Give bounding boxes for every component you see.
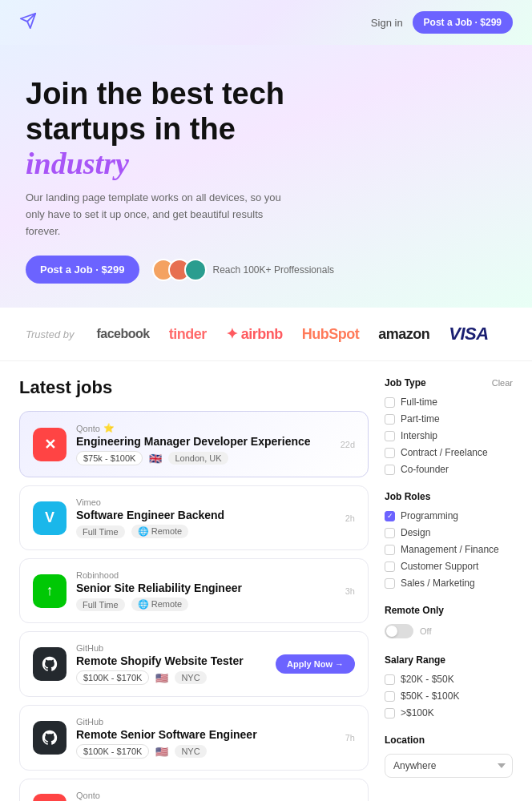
checkbox-salary-high[interactable] (385, 708, 395, 718)
reach-text: Reach 100K+ Proffessionals (213, 264, 335, 276)
checkbox-management[interactable] (385, 545, 395, 555)
location-tag: NYC (175, 671, 206, 684)
checkbox-salary-mid[interactable] (385, 691, 395, 702)
amazon-logo: amazon (378, 326, 429, 343)
job-card[interactable]: GitHub Remote Shopify Website Tester $10… (19, 631, 369, 697)
checkbox-salary-low[interactable] (385, 674, 395, 685)
salary-tag: $100K - $170K (76, 670, 149, 685)
job-type-title: Job Type (385, 377, 426, 388)
job-time: 7h (345, 733, 355, 743)
location-title: Location (385, 735, 425, 746)
filter-label: Design (401, 527, 430, 538)
job-title: Engineering Manager Developer Experience (76, 435, 331, 448)
checkbox-support[interactable] (385, 562, 395, 572)
clear-filter-button[interactable]: Clear (492, 378, 513, 388)
post-job-header-button[interactable]: Post a Job · $299 (413, 11, 513, 34)
job-card[interactable]: V Vimeo Software Engineer Backend Full T… (19, 485, 369, 550)
job-logo (33, 721, 66, 755)
filter-option[interactable]: $20K - $50K (385, 674, 513, 685)
filters-sidebar: Job Type Clear Full-time Part-time Inter… (385, 377, 513, 794)
job-title: Remote Senior Software Engineer (76, 728, 336, 741)
filter-header: Remote Only (385, 605, 513, 616)
filter-option[interactable]: Co-founder (385, 464, 513, 475)
checkbox-cofounder[interactable] (385, 465, 395, 475)
hubspot-logo: HubSpot (302, 326, 359, 343)
job-time: 2h (345, 513, 355, 523)
filter-option[interactable]: Design (385, 527, 513, 538)
location-filter: Location Anywhere (385, 735, 513, 778)
salary-tag: $75k - $100K (76, 451, 143, 465)
filter-option[interactable]: Programming (385, 510, 513, 521)
job-info: Robinhood Senior Site Reliability Engine… (76, 570, 336, 611)
toggle-row: Off (385, 624, 513, 638)
filter-label: Contract / Freelance (401, 447, 488, 458)
checkbox-internship[interactable] (385, 431, 395, 441)
job-logo: ↑ (33, 574, 66, 608)
visa-logo: VISA (449, 324, 488, 344)
filter-label: Full-time (401, 396, 437, 408)
filter-option[interactable]: Management / Finance (385, 544, 513, 555)
job-type-filter: Job Type Clear Full-time Part-time Inter… (385, 377, 513, 475)
job-info: Qonto ⭐ Engineering Manager Developer Ex… (76, 423, 331, 465)
remote-toggle[interactable] (385, 624, 413, 638)
jobs-title: Latest jobs (19, 377, 369, 398)
filter-label: Co-founder (401, 464, 449, 475)
job-time: 22d (341, 440, 355, 449)
job-company: Robinhood (76, 570, 336, 580)
job-card[interactable]: GitHub Remote Senior Software Engineer $… (19, 705, 369, 771)
featured-icon: ⭐ (103, 423, 115, 433)
job-title: Remote Shopify Website Tester (76, 654, 266, 667)
job-card[interactable]: ↑ Robinhood Senior Site Reliability Engi… (19, 558, 369, 623)
job-card[interactable]: ✕ Qonto ⭐ Engineering Manager Developer … (19, 411, 369, 477)
trusted-section: Trusted by facebook tinder ✦ airbnb HubS… (0, 308, 532, 361)
filter-label: $50K - $100K (401, 690, 459, 702)
checkbox-contract[interactable] (385, 448, 395, 458)
filter-label: Sales / Marketing (401, 578, 475, 589)
filter-header: Salary Range (385, 654, 513, 666)
location-tag: 🌐 Remote (131, 598, 189, 611)
job-right: Apply Now → (276, 654, 355, 674)
job-company: Qonto (76, 791, 331, 800)
airbnb-logo: ✦ airbnb (226, 325, 283, 343)
filter-option[interactable]: >$100K (385, 707, 513, 718)
checkbox-programming[interactable] (385, 511, 395, 521)
sign-in-link[interactable]: Sign in (371, 17, 403, 29)
filter-label: >$100K (401, 707, 434, 718)
facebook-logo: facebook (96, 327, 149, 341)
apply-button[interactable]: Apply Now → (276, 654, 355, 674)
job-info: GitHub Remote Senior Software Engineer $… (76, 717, 336, 759)
checkbox-fulltime[interactable] (385, 397, 395, 408)
job-logo: ✕ (33, 794, 66, 801)
filter-option[interactable]: Part-time (385, 413, 513, 425)
trusted-label: Trusted by (26, 328, 74, 340)
filter-option[interactable]: Sales / Marketing (385, 578, 513, 589)
checkbox-design[interactable] (385, 528, 395, 538)
location-tag: London, UK (168, 452, 228, 465)
trusted-logos: facebook tinder ✦ airbnb HubSpot amazon … (96, 324, 488, 344)
toggle-knob (386, 626, 397, 637)
main-layout: Latest jobs ✕ Qonto ⭐ Engineering Manage… (0, 361, 532, 801)
checkbox-sales[interactable] (385, 578, 395, 589)
job-company: GitHub (76, 643, 266, 653)
filter-label: Intership (401, 430, 437, 441)
salary-range-title: Salary Range (385, 654, 445, 666)
hero-section: Join the best tech startups in the indus… (0, 45, 532, 308)
checkbox-parttime[interactable] (385, 414, 395, 425)
location-select[interactable]: Anywhere (385, 754, 513, 778)
filter-option[interactable]: Customer Support (385, 561, 513, 572)
hero-actions: Post a Job · $299 Reach 100K+ Proffessio… (26, 256, 506, 284)
salary-tag: $100K - $170K (76, 744, 149, 759)
filter-option[interactable]: Intership (385, 430, 513, 441)
job-logo: V (33, 501, 66, 535)
job-company: GitHub (76, 717, 336, 727)
filter-option[interactable]: $50K - $100K (385, 690, 513, 702)
filter-label: Programming (401, 510, 458, 521)
header: Sign in Post a Job · $299 (0, 0, 532, 45)
job-card[interactable]: ✕ Qonto Senior Web App Designer Contract… (19, 779, 369, 801)
job-meta: $75k - $100K 🇬🇧 London, UK (76, 451, 331, 465)
filter-option[interactable]: Contract / Freelance (385, 447, 513, 458)
filter-header: Job Roles (385, 491, 513, 502)
filter-option[interactable]: Full-time (385, 396, 513, 408)
hero-subtitle: Our landing page template works on all d… (26, 190, 298, 239)
post-job-hero-button[interactable]: Post a Job · $299 (26, 256, 139, 284)
